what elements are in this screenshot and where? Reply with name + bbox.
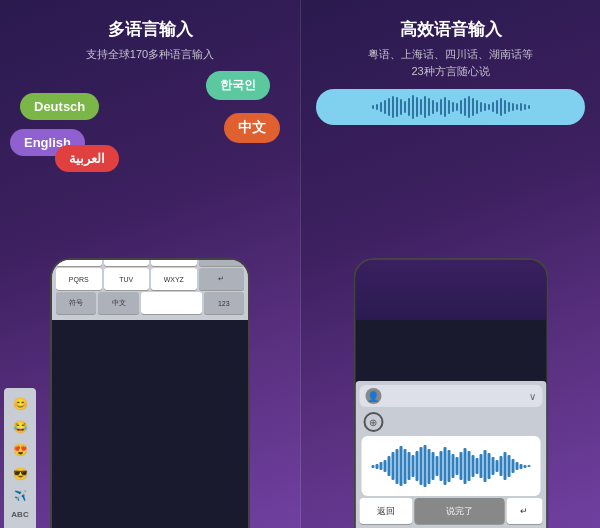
kb-row-3: PQRS TUV WXYZ ↵	[56, 268, 244, 290]
kb-key-ghi[interactable]: GHI	[56, 258, 102, 266]
left-panel: 多语言输入 支持全球170多种语言输入 한국인 Deutsch 中文 Engli…	[0, 0, 300, 528]
kb-key-tuv[interactable]: TUV	[104, 268, 150, 290]
emoji-1: 😊	[13, 397, 28, 411]
phone-mockup-left: 👤 ∨ ··· ABC DEF ⌫ GHI JKL MNO	[50, 258, 250, 528]
phone-screen-right	[355, 260, 546, 320]
kb-row-4: 符号 中文 123	[56, 292, 244, 314]
vk-bottom-row: 返回 说完了 ↵	[359, 498, 542, 524]
vk-enter-button[interactable]: ↵	[506, 498, 542, 524]
voice-waveform-top	[372, 95, 530, 119]
emoji-5: ✈️	[14, 490, 26, 501]
bubble-korean[interactable]: 한국인	[206, 71, 270, 100]
vk-done-button[interactable]: 说完了	[415, 498, 505, 524]
language-bubbles: 한국인 Deutsch 中文 English العربية	[0, 71, 300, 181]
kb-key-emoji[interactable]: 😊	[199, 258, 245, 266]
kb-key-zh[interactable]: 中文	[98, 292, 138, 314]
vk-globe-row: ⊕	[359, 410, 542, 434]
kb-row-2: GHI JKL MNO 😊	[56, 258, 244, 266]
kb-key-symbol[interactable]: 符号	[56, 292, 96, 314]
kb-key-wxyz[interactable]: WXYZ	[151, 268, 197, 290]
voice-keyboard: 👤 ∨ ⊕ 返回 说完了 ↵	[355, 381, 546, 528]
kb-label-abc: ABC	[11, 510, 28, 519]
kb-key-enter[interactable]: ↵	[199, 268, 245, 290]
bubble-arabic[interactable]: العربية	[55, 145, 119, 172]
kb-key-jkl[interactable]: JKL	[104, 258, 150, 266]
kb-key-123[interactable]: 123	[204, 292, 244, 314]
vk-top-bar: 👤 ∨	[359, 385, 542, 407]
right-panel: 高效语音输入 粤语、上海话、四川话、湖南话等 23种方言随心说 👤 ∨ ⊕	[300, 0, 600, 528]
emoji-3: 😍	[13, 443, 28, 457]
kb-key-space[interactable]	[141, 292, 202, 314]
voice-input-bubble[interactable]	[316, 89, 585, 125]
kb-key-pqrs[interactable]: PQRS	[56, 268, 102, 290]
right-subtitle: 粤语、上海话、四川话、湖南话等 23种方言随心说	[301, 46, 600, 79]
voice-waveform-big	[371, 441, 530, 491]
bubble-deutsch[interactable]: Deutsch	[20, 93, 99, 120]
left-title: 多语言输入	[0, 18, 300, 41]
right-title: 高效语音输入	[301, 18, 600, 41]
keyboard-left: 👤 ∨ ··· ABC DEF ⌫ GHI JKL MNO	[52, 258, 248, 320]
phone-frame-left: 👤 ∨ ··· ABC DEF ⌫ GHI JKL MNO	[50, 258, 250, 528]
vk-back-button[interactable]: 返回	[359, 498, 413, 524]
bubble-chinese[interactable]: 中文	[224, 113, 280, 143]
waveform-area	[361, 436, 540, 496]
kb-key-mno[interactable]: MNO	[151, 258, 197, 266]
emoji-4: 😎	[13, 467, 28, 481]
phone-mockup-right: 👤 ∨ ⊕ 返回 说完了 ↵	[353, 258, 548, 528]
vk-chevron-icon: ∨	[529, 391, 536, 402]
emoji-2: 😂	[13, 420, 28, 434]
vk-globe-icon[interactable]: ⊕	[363, 412, 383, 432]
emoji-panel: 😊 😂 😍 😎 ✈️ ABC	[4, 388, 36, 528]
phone-frame-right: 👤 ∨ ⊕ 返回 说完了 ↵	[353, 258, 548, 528]
vk-user-icon: 👤	[365, 388, 381, 404]
left-subtitle: 支持全球170多种语言输入	[0, 46, 300, 63]
